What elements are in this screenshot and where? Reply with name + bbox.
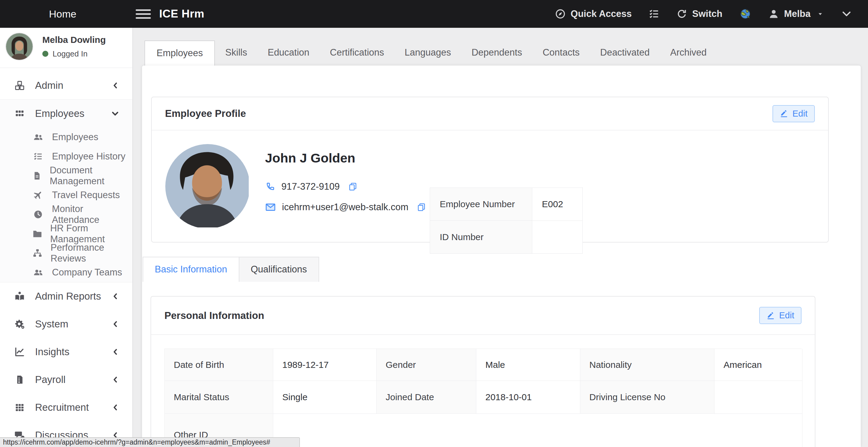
chevron-left-icon bbox=[111, 403, 120, 412]
employee-phone: 917-372-9109 bbox=[281, 181, 340, 192]
link-preview-statusbar: https://icehrm.com/app/demo-icehrm/?g=ad… bbox=[0, 437, 300, 447]
edit-profile-button[interactable]: Edit bbox=[773, 105, 815, 122]
chevron-down-icon bbox=[841, 8, 852, 20]
copy-phone-icon[interactable] bbox=[348, 182, 357, 191]
sidebar-profile: Melba Dowling Logged In bbox=[0, 28, 132, 66]
collapse-topbar-button[interactable] bbox=[841, 8, 852, 20]
field-label: Driving License No bbox=[580, 381, 714, 414]
employee-photo bbox=[165, 144, 250, 229]
tab-employees[interactable]: Employees bbox=[145, 40, 215, 66]
field-label: Marital Status bbox=[165, 381, 273, 414]
envelope-icon bbox=[265, 202, 276, 213]
sidebar-item-recruitment[interactable]: Recruitment bbox=[0, 393, 132, 421]
employee-profile-title: Employee Profile bbox=[165, 108, 246, 119]
hamburger-menu-icon[interactable] bbox=[136, 9, 151, 19]
chevron-left-icon bbox=[111, 320, 120, 328]
list-check-icon bbox=[31, 152, 45, 161]
field-value: Single bbox=[273, 381, 377, 414]
cubes-icon bbox=[13, 80, 27, 91]
personal-information-card: Personal Information Edit Date of Birth … bbox=[151, 296, 815, 447]
book-reader-icon bbox=[13, 291, 27, 302]
topbar: Home ICE Hrm Quick Access Switch Melba bbox=[0, 0, 868, 28]
field-value: 2018-10-01 bbox=[476, 381, 580, 414]
subtab-qualifications[interactable]: Qualifications bbox=[239, 257, 319, 282]
plane-icon bbox=[31, 190, 45, 200]
chart-line-icon bbox=[13, 346, 27, 357]
file-invoice-icon bbox=[13, 375, 27, 384]
caret-down-icon bbox=[817, 10, 824, 18]
module-tabbar: Employees Skills Education Certification… bbox=[133, 28, 868, 66]
tab-education[interactable]: Education bbox=[257, 40, 320, 66]
online-status-dot bbox=[42, 51, 49, 57]
language-globe-button[interactable] bbox=[739, 8, 751, 20]
sidebar-subitem-employees[interactable]: Employees bbox=[0, 127, 132, 147]
tab-deactivated[interactable]: Deactivated bbox=[590, 40, 660, 66]
sidebar: Melba Dowling Logged In Admin Employees bbox=[0, 28, 133, 447]
users-icon bbox=[31, 132, 45, 142]
sidebar-subitem-monitor-attendance[interactable]: Monitor Attendance bbox=[0, 205, 132, 224]
home-link[interactable]: Home bbox=[49, 8, 76, 20]
sidebar-item-admin[interactable]: Admin bbox=[0, 71, 132, 99]
field-label: ID Number bbox=[430, 221, 532, 254]
tab-dependents[interactable]: Dependents bbox=[461, 40, 532, 66]
divider bbox=[0, 68, 132, 68]
user-menu[interactable]: Melba bbox=[768, 8, 824, 19]
clock-icon bbox=[31, 210, 45, 219]
sidebar-item-insights[interactable]: Insights bbox=[0, 338, 132, 366]
sidebar-subitem-performance-reviews[interactable]: Performance Reviews bbox=[0, 244, 132, 263]
tab-certifications[interactable]: Certifications bbox=[320, 40, 395, 66]
edit-personal-info-button[interactable]: Edit bbox=[759, 307, 802, 324]
sidebar-subitem-company-teams[interactable]: Company Teams bbox=[0, 263, 132, 282]
sidebar-item-payroll[interactable]: Payroll bbox=[0, 366, 132, 393]
status-url: https://icehrm.com/app/demo-icehrm/?g=ad… bbox=[3, 438, 270, 446]
employee-id-table: Employee Number E002 ID Number bbox=[430, 188, 583, 254]
users-icon bbox=[31, 267, 45, 278]
field-value bbox=[532, 221, 583, 254]
chevron-left-icon bbox=[111, 292, 120, 300]
sidebar-subitem-employee-history[interactable]: Employee History bbox=[0, 147, 132, 166]
globe-language-icon bbox=[739, 8, 751, 20]
personal-information-title: Personal Information bbox=[164, 310, 264, 321]
sidebar-subitem-travel-requests[interactable]: Travel Requests bbox=[0, 186, 132, 205]
phone-icon bbox=[265, 182, 275, 192]
avatar bbox=[5, 33, 33, 60]
subtab-basic-information[interactable]: Basic Information bbox=[143, 257, 239, 282]
grid-icon bbox=[13, 108, 27, 119]
login-status-text: Logged In bbox=[53, 49, 88, 59]
chevron-left-icon bbox=[111, 81, 120, 90]
sidebar-subitem-hr-form-management[interactable]: HR Form Management bbox=[0, 224, 132, 244]
tab-languages[interactable]: Languages bbox=[395, 40, 461, 66]
cogs-icon bbox=[13, 319, 27, 329]
tab-contacts[interactable]: Contacts bbox=[532, 40, 590, 66]
sidebar-item-admin-reports[interactable]: Admin Reports bbox=[0, 282, 132, 310]
quick-access-button[interactable]: Quick Access bbox=[555, 8, 632, 19]
sitemap-icon bbox=[31, 248, 43, 258]
field-label: Gender bbox=[377, 349, 476, 381]
sidebar-item-employees[interactable]: Employees bbox=[0, 100, 132, 127]
content-panel: Employee Profile Edit John J Golden 917-… bbox=[142, 66, 861, 447]
tab-skills[interactable]: Skills bbox=[215, 40, 257, 66]
tasks-button[interactable] bbox=[649, 8, 659, 19]
grid-icon bbox=[13, 402, 27, 413]
employee-email: icehrm+user1@web-stalk.com bbox=[282, 202, 408, 213]
field-value: E002 bbox=[532, 188, 583, 221]
field-value bbox=[714, 381, 802, 414]
sidebar-subitem-document-management[interactable]: Document Management bbox=[0, 166, 132, 186]
field-label: Employee Number bbox=[430, 188, 532, 221]
app-brand: ICE Hrm bbox=[159, 7, 204, 20]
pen-icon bbox=[780, 109, 788, 118]
sidebar-user-name: Melba Dowling bbox=[42, 35, 106, 45]
chevron-down-icon bbox=[111, 109, 120, 118]
field-label: Date of Birth bbox=[165, 349, 273, 381]
task-list-icon bbox=[649, 8, 659, 19]
switch-rotate-icon bbox=[676, 8, 687, 19]
folder-icon bbox=[31, 229, 43, 239]
copy-email-icon[interactable] bbox=[417, 203, 426, 212]
sidebar-item-system[interactable]: System bbox=[0, 310, 132, 338]
tab-archived[interactable]: Archived bbox=[660, 40, 717, 66]
main-content: Employees Skills Education Certification… bbox=[133, 28, 868, 447]
chevron-left-icon bbox=[111, 376, 120, 384]
switch-button[interactable]: Switch bbox=[676, 8, 722, 19]
personal-info-table: Date of Birth 1989-12-17 Gender Male Nat… bbox=[164, 349, 802, 447]
field-label: Joined Date bbox=[377, 381, 476, 414]
